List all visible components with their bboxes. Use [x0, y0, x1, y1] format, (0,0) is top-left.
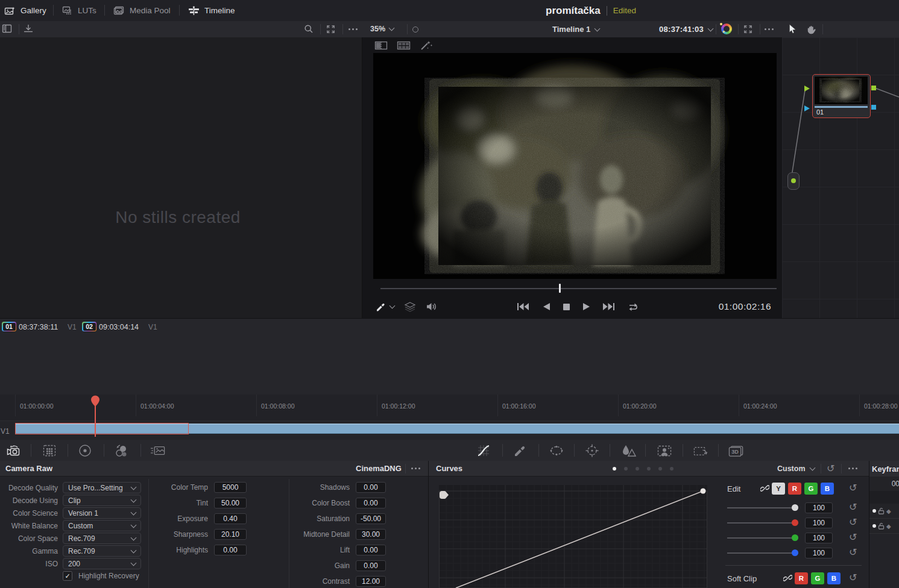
skip-end-button[interactable] — [602, 302, 615, 311]
edit-channel-g-button[interactable]: G — [804, 483, 818, 495]
gain-field[interactable]: 0.00 — [356, 560, 386, 571]
lift-field[interactable]: 0.00 — [356, 545, 386, 555]
curve-point-handle[interactable] — [701, 489, 706, 494]
split-compare-icon[interactable] — [374, 41, 388, 50]
viewer-options-button[interactable] — [765, 28, 774, 30]
edit-channel-y-button[interactable]: Y — [772, 483, 785, 495]
keyframe-diamond-icon[interactable]: ◆ — [886, 523, 891, 530]
curves-page-dot[interactable] — [624, 467, 628, 471]
curves-reset-button[interactable]: ↺ — [827, 464, 834, 474]
curves-page-dot[interactable] — [636, 467, 639, 471]
keyframe-enable-dot[interactable] — [872, 524, 876, 528]
pointer-tool-button[interactable] — [789, 24, 796, 34]
link-channels-icon[interactable] — [783, 574, 792, 583]
timeline-select[interactable]: Timeline 1 — [552, 25, 599, 34]
unlock-icon[interactable] — [878, 522, 885, 530]
soft-clip-b-button[interactable]: B — [827, 572, 841, 584]
highlights-field[interactable]: 0.00 — [214, 545, 247, 555]
timeline-selected-clip[interactable] — [15, 423, 189, 434]
node-key-input-triangle[interactable] — [804, 105, 810, 111]
source-node[interactable] — [787, 172, 800, 190]
stills-palette-button[interactable] — [150, 443, 166, 458]
midtone-detail-field[interactable]: 30.00 — [356, 529, 386, 540]
timeline-ruler[interactable]: 01:00:00:00 01:00:04:00 01:00:08:00 01:0… — [15, 395, 899, 416]
corrector-node-01[interactable]: 01 — [812, 74, 871, 118]
pan-tool-button[interactable] — [806, 24, 816, 34]
saturation-field[interactable]: -50.00 — [356, 513, 386, 524]
tab-timeline[interactable]: Timeline — [188, 0, 235, 21]
soft-clip-g-button[interactable]: G — [811, 572, 824, 584]
color-wheels-palette-button[interactable] — [42, 443, 57, 458]
contrast-field[interactable]: 12.00 — [356, 576, 386, 587]
soft-clip-r-button[interactable]: R — [795, 572, 808, 584]
shadows-field[interactable]: 0.00 — [356, 482, 386, 493]
curve-graph[interactable] — [439, 485, 707, 588]
play-button[interactable] — [582, 302, 590, 311]
color-space-select[interactable]: Rec.709 — [63, 533, 141, 544]
play-reverse-button[interactable] — [543, 302, 550, 311]
search-button[interactable] — [304, 24, 314, 34]
tint-field[interactable]: 50.00 — [214, 498, 247, 508]
tab-gallery[interactable]: Gallery — [4, 0, 46, 21]
red-gain-field[interactable]: 100 — [805, 518, 833, 528]
grid-view-icon[interactable] — [397, 41, 411, 50]
blue-gain-field[interactable]: 100 — [805, 548, 833, 558]
green-gain-field[interactable]: 100 — [805, 533, 833, 543]
loop-button[interactable] — [627, 302, 639, 311]
iso-select[interactable]: 200 — [63, 558, 141, 569]
color-boost-field[interactable]: 0.00 — [356, 498, 386, 508]
color-science-select[interactable]: Version 1 — [63, 507, 141, 519]
sizing-palette-button[interactable] — [693, 443, 708, 458]
curves-options-button[interactable] — [848, 468, 857, 469]
gamma-select[interactable]: Rec.709 — [63, 545, 141, 557]
exposure-field[interactable]: 0.40 — [214, 513, 247, 524]
color-match-palette-button[interactable] — [113, 443, 129, 458]
wipe-modes-button[interactable] — [404, 302, 416, 312]
green-reset-button[interactable]: ↺ — [849, 533, 857, 542]
curves-palette-button[interactable] — [476, 443, 491, 458]
color-temp-field[interactable]: 5000 — [214, 482, 247, 493]
keyframe-track-row[interactable]: ◆ — [869, 519, 899, 534]
curves-page-dot[interactable] — [658, 467, 662, 471]
link-channels-icon[interactable] — [760, 484, 769, 493]
expand-gallery-button[interactable] — [326, 25, 335, 34]
curves-page-dot-active[interactable] — [613, 467, 616, 471]
qualifier-picker-button[interactable] — [376, 302, 386, 312]
viewer-scrub-bar[interactable] — [380, 288, 777, 289]
sharpness-field[interactable]: 20.10 — [214, 529, 247, 540]
keyframe-track-row[interactable]: ◆ — [869, 504, 899, 519]
red-gain-slider-handle[interactable] — [792, 519, 798, 526]
blue-reset-button[interactable]: ↺ — [849, 548, 857, 557]
luma-reset-button[interactable]: ↺ — [849, 502, 857, 512]
auto-color-button[interactable] — [721, 23, 732, 34]
qualifier-palette-button[interactable] — [513, 443, 528, 458]
curves-mode-select[interactable]: Custom — [777, 464, 815, 473]
skip-start-button[interactable] — [517, 302, 529, 311]
edit-channel-r-button[interactable]: R — [788, 483, 801, 495]
node-rgb-input-triangle[interactable] — [804, 86, 810, 92]
magic-mask-palette-button[interactable] — [657, 443, 672, 458]
blur-palette-button[interactable] — [620, 443, 636, 458]
tracker-palette-button[interactable] — [584, 443, 600, 458]
unlock-icon[interactable] — [878, 507, 885, 514]
camera-raw-palette-button[interactable] — [5, 443, 21, 458]
curves-page-dot[interactable] — [670, 467, 673, 471]
green-gain-slider-handle[interactable] — [792, 534, 798, 541]
blue-gain-slider-handle[interactable] — [792, 549, 798, 556]
decode-using-select[interactable]: Clip — [63, 495, 141, 506]
picker-mode-chevron[interactable] — [390, 303, 396, 309]
curves-page-dot[interactable] — [647, 467, 651, 471]
tab-luts[interactable]: LUTs — [62, 0, 96, 21]
luma-gain-field[interactable]: 100 — [805, 502, 833, 513]
blue-gain-slider[interactable] — [727, 552, 798, 554]
gallery-options-button[interactable] — [349, 28, 358, 30]
stereo-3d-palette-button[interactable]: 3D — [728, 443, 744, 458]
timeline-playhead-pin[interactable] — [90, 395, 100, 407]
keyframe-enable-dot[interactable] — [872, 509, 876, 513]
node-graph-panel[interactable]: 01 — [782, 37, 899, 318]
luma-gain-slider[interactable] — [727, 507, 798, 508]
magic-wand-icon[interactable] — [420, 40, 433, 51]
red-reset-button[interactable]: ↺ — [849, 518, 857, 527]
tab-media-pool[interactable]: Media Pool — [113, 0, 171, 21]
node-rgb-output-square[interactable] — [871, 86, 876, 90]
